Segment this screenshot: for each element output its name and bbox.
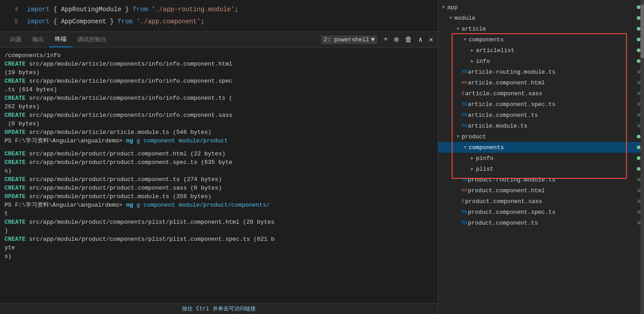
add-terminal-icon[interactable]: + [383,35,388,44]
chevron-right-icon: ▶ [469,58,476,64]
article-dot [637,27,640,31]
article-module-label: article.module.ts [468,123,635,129]
article-components-label: components [469,36,635,43]
badge-u: U [637,112,640,118]
terminal-line: CREATE src/app/module/product/product.co… [4,175,433,184]
tree-item-app[interactable]: ▼ app [438,2,644,13]
line-number-5: 5 [4,17,18,27]
tree-item-plist[interactable]: ▶ plist [438,164,644,174]
sass-icon: ℰ [462,91,464,96]
tree-item-product[interactable]: ▼ product [438,131,644,142]
html-icon: <> [462,188,467,193]
product-components-label: components [469,144,637,151]
tree-item-article-components[interactable]: ▼ components [438,34,644,45]
app-folder-label: app [447,4,635,11]
left-panel: 4 import { AppRoutingModule } from './ap… [0,0,438,314]
chevron-down-icon: ▼ [440,5,447,10]
tree-item-article-sass[interactable]: ℰ article.component.sass U [438,88,644,99]
article-sass-label: article.component.sass [465,90,635,97]
tree-item-articlelist[interactable]: ▶ articlelist [438,45,644,56]
chevron-down-icon: ▼ [462,37,469,42]
sass-icon: ℰ [462,199,464,204]
product-html-label: product.component.html [468,187,635,194]
tree-item-article[interactable]: ▼ article [438,23,644,34]
shell-selector[interactable]: 2: powershell ▼ [321,35,377,44]
article-folder-label: article [462,26,635,32]
tab-output[interactable]: 输出 [27,32,49,47]
badge-u: U [637,188,640,193]
terminal-line: UPDATE src/app/module/article/article.mo… [4,128,433,137]
code-line-5: 5 import { AppComponent } from './app.co… [0,16,438,28]
plist-dot [637,167,640,171]
plist-label: plist [476,166,635,172]
tab-terminal[interactable]: 终端 [49,32,72,47]
chevron-down-icon: ▼ [454,134,462,139]
badge-u: U [637,177,640,182]
scrollbar-thumb[interactable] [640,4,644,58]
terminal-line: CREATE src/app/module/product/product.co… [4,184,433,192]
chevron-down-icon: ▼ [462,145,469,150]
pinfo-label: pinfo [476,155,635,162]
ts-icon: TS [462,102,467,107]
line-number-4: 4 [4,5,18,15]
terminal-line: CREATE src/app/module/product/components… [4,218,433,226]
terminal-line: CREATE src/app/module/product/components… [4,235,433,243]
tree-item-article-html[interactable]: <> article.component.html U [438,77,644,88]
tree-item-article-routing[interactable]: TS article-routing.module.ts U [438,66,644,77]
tab-debug-console[interactable]: 调试控制台 [72,32,112,47]
right-panel: ▼ app ▼ module ▼ article ▼ components ▶ … [438,0,644,314]
chevron-down-icon: ▼ [371,36,375,43]
info-label: info [476,58,635,65]
ts-icon: TS [462,221,467,226]
tree-item-product-components[interactable]: ▼ components [438,142,644,153]
chevron-down-icon: ▼ [447,16,454,21]
tree-item-info[interactable]: ▶ info [438,56,644,66]
terminal-prompt-2: PS F:\学习资料\Angular\angualrdemo> ng g com… [4,201,433,209]
terminal-line: .ts (614 bytes) [4,85,433,94]
pinfo-dot [637,156,640,160]
tree-item-pinfo[interactable]: ▶ pinfo [438,153,644,164]
tab-problems[interactable]: 问题 [4,32,27,47]
articlelist-label: articlelist [476,47,635,54]
tree-item-product-routing[interactable]: TS product-routing.module.ts U [438,174,644,185]
badge-u: U [637,69,640,75]
terminal-line: CREATE src/app/module/article/components… [4,94,433,102]
tree-item-product-spec[interactable]: TS product.component.spec.ts U [438,207,644,217]
ts-icon: TS [462,210,467,215]
delete-terminal-icon[interactable]: 🗑 [405,35,412,44]
product-sass-label: product.component.sass [465,198,635,205]
tree-item-product-sass[interactable]: ℰ product.component.sass U [438,196,644,207]
terminal-line: CREATE src/app/module/article/components… [4,60,433,68]
ts-icon: TS [462,70,467,75]
terminal-line: CREATE src/app/module/product/product.co… [4,158,433,167]
badge-u: U [637,80,640,85]
split-terminal-icon[interactable]: ⊞ [394,35,399,44]
product-components-dot [637,146,640,149]
collapse-icon[interactable]: ∧ [418,35,423,44]
tree-item-article-ts[interactable]: TS article.component.ts U [438,110,644,120]
module-folder-label: module [454,15,635,22]
article-components-dot [637,38,640,41]
tree-item-product-ts[interactable]: TS product.component.ts U [438,217,644,228]
badge-u: U [637,91,640,96]
ts-icon: TS [462,177,467,182]
tree-item-module[interactable]: ▼ module [438,13,644,23]
close-icon[interactable]: ✕ [429,35,433,44]
terminal-line: CREATE src/app/module/article/components… [4,77,433,85]
tree-item-product-html[interactable]: <> product.component.html U [438,185,644,196]
tooltip-bar: 按住 Ctrl 并单击可访问链接 [0,303,438,314]
product-folder-label: product [462,133,635,140]
product-spec-label: product.component.spec.ts [468,209,635,216]
terminal-line: CREATE src/app/module/product/product.co… [4,150,433,158]
terminal-output: /components/info CREATE src/app/module/a… [0,48,438,303]
terminal-line: t [4,209,433,218]
scrollbar[interactable] [640,0,644,314]
product-dot [637,135,640,138]
terminal-line: yte [4,243,433,252]
tree-item-article-spec[interactable]: TS article.component.spec.ts U [438,99,644,110]
product-ts-label: product.component.ts [468,220,635,226]
code-editor: 4 import { AppRoutingModule } from './ap… [0,0,438,31]
ts-icon: TS [462,124,467,128]
tree-item-article-module[interactable]: TS article.module.ts U [438,120,644,131]
article-html-label: article.component.html [468,80,635,86]
